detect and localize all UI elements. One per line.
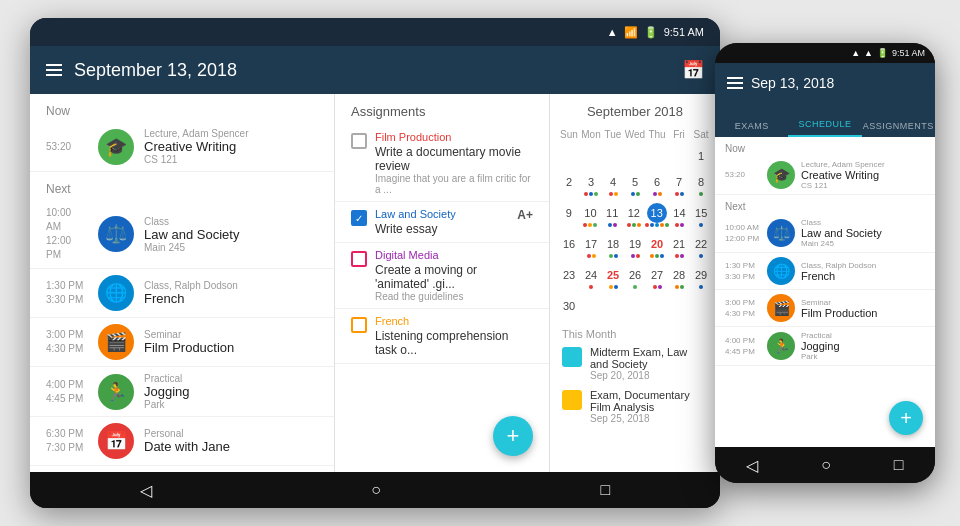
list-item: 3:00 PM4:30 PM 🎬 Seminar Film Production	[30, 318, 334, 367]
cal-day[interactable]: 10	[580, 201, 602, 230]
assignment-desc: Read the guidelines	[375, 291, 533, 302]
cal-day[interactable]	[580, 144, 602, 168]
cal-day[interactable]: 24	[580, 263, 602, 292]
schedule-time: 10:00 AM12:00 PM	[46, 206, 88, 262]
phone-details: Class, Ralph Dodson French	[801, 261, 925, 282]
phone-title: Jogging	[801, 340, 925, 352]
phone-title: Creative Writing	[801, 169, 925, 181]
phone-title: Sep 13, 2018	[751, 75, 923, 91]
schedule-title: Jogging	[144, 384, 318, 399]
schedule-loc: Main 245	[144, 242, 318, 253]
assignments-label: Assignments	[335, 94, 549, 125]
phone-home-icon[interactable]: ○	[821, 456, 831, 474]
phone-icon: 🌐	[767, 257, 795, 285]
cal-day[interactable]	[668, 294, 690, 318]
assignment-checkbox[interactable]	[351, 317, 367, 333]
cal-day[interactable]: 8	[690, 170, 712, 199]
list-item: French Listening comprehension task o...	[335, 309, 549, 364]
cal-day[interactable]: 5	[624, 170, 646, 199]
tab-schedule[interactable]: SCHEDULE	[788, 119, 861, 137]
schedule-loc: Park	[144, 399, 318, 410]
tab-assignments[interactable]: ASSIGNMENTS	[862, 121, 935, 137]
phone-time: 10:00 AM12:00 PM	[725, 222, 761, 244]
list-item: 3:00 PM4:30 PM 🎬 Seminar Film Production	[715, 290, 935, 327]
schedule-icon: 🌐	[98, 275, 134, 311]
cal-day[interactable]: 14	[669, 201, 691, 230]
cal-day-today[interactable]: 13	[645, 201, 669, 230]
cal-day[interactable]: 19	[624, 232, 646, 261]
cal-day[interactable]: 29	[690, 263, 712, 292]
phone-content: Now 53:20 🎓 Lecture, Adam Spencer Creati…	[715, 137, 935, 447]
cal-day[interactable]: 17	[580, 232, 602, 261]
cal-day[interactable]: 30	[558, 294, 580, 318]
assignment-checkbox[interactable]	[351, 251, 367, 267]
cal-day[interactable]: 2	[558, 170, 580, 199]
cal-day[interactable]: 27	[646, 263, 668, 292]
phone-menu-icon[interactable]	[727, 77, 743, 89]
schedule-title: Law and Society	[144, 227, 318, 242]
cal-day[interactable]: 12	[623, 201, 645, 230]
phone-time: 53:20	[725, 169, 761, 180]
cal-day[interactable]	[646, 144, 668, 168]
cal-day[interactable]: 23	[558, 263, 580, 292]
cal-day[interactable]: 9	[558, 201, 580, 230]
cal-day[interactable]	[558, 144, 580, 168]
cal-day[interactable]	[690, 294, 712, 318]
cal-day[interactable]: 4	[602, 170, 624, 199]
phone-icon: 🎬	[767, 294, 795, 322]
tablet-menu-icon[interactable]	[46, 64, 62, 76]
phone-back-icon[interactable]: ◁	[746, 456, 758, 475]
calendar-month: September 2018	[550, 94, 720, 129]
calendar-days-header: Sun Mon Tue Wed Thu Fri Sat	[558, 129, 712, 144]
cal-day[interactable]	[624, 144, 646, 168]
cal-day[interactable]	[602, 144, 624, 168]
cal-day[interactable]: 26	[624, 263, 646, 292]
assignments-panel: Assignments Film Production Write a docu…	[335, 94, 550, 472]
tab-exams[interactable]: EXAMS	[715, 121, 788, 137]
cal-day[interactable]: 22	[690, 232, 712, 261]
cal-day[interactable]: 25	[602, 263, 624, 292]
phone-details: Practical Jogging Park	[801, 331, 925, 361]
phone-loc: Park	[801, 352, 925, 361]
cal-day[interactable]	[580, 294, 602, 318]
cal-day[interactable]: 15	[690, 201, 712, 230]
phone-fab-button[interactable]: +	[889, 401, 923, 435]
phone-title: French	[801, 270, 925, 282]
cal-day[interactable]: 3	[580, 170, 602, 199]
back-icon[interactable]: ◁	[140, 481, 152, 500]
assignment-checkbox[interactable]	[351, 210, 367, 226]
cal-day[interactable]: 11	[601, 201, 623, 230]
cal-day[interactable]: 16	[558, 232, 580, 261]
phone-recents-icon[interactable]: □	[894, 456, 904, 474]
list-item: 1:30 PM3:30 PM 🌐 Class, Ralph Dodson Fre…	[30, 269, 334, 318]
calendar-grid: Sun Mon Tue Wed Thu Fri Sat 1	[550, 129, 720, 318]
home-icon[interactable]: ○	[371, 481, 381, 499]
cal-day[interactable]: 18	[602, 232, 624, 261]
event-details: Midterm Exam, Law and Society Sep 20, 20…	[590, 346, 708, 381]
cal-day[interactable]: 1	[690, 144, 712, 168]
phone-details: Class Law and Society Main 245	[801, 218, 925, 248]
cal-day[interactable]: 21	[668, 232, 690, 261]
cal-day[interactable]: 28	[668, 263, 690, 292]
assignment-checkbox[interactable]	[351, 133, 367, 149]
fab-button[interactable]: +	[493, 416, 533, 456]
cal-day[interactable]	[646, 294, 668, 318]
phone-loc: Main 245	[801, 239, 925, 248]
tablet-calendar-icon[interactable]: 📅	[682, 59, 704, 81]
cal-day[interactable]: 6	[646, 170, 668, 199]
list-item: 10:00 AM12:00 PM ⚖️ Class Law and Societ…	[715, 214, 935, 253]
cal-day[interactable]: 7	[668, 170, 690, 199]
cal-day[interactable]	[668, 144, 690, 168]
cal-day[interactable]	[624, 294, 646, 318]
assignment-title: Create a moving or 'animated' .gi...	[375, 263, 533, 291]
cal-day[interactable]	[602, 294, 624, 318]
event-date: Sep 20, 2018	[590, 370, 708, 381]
schedule-loc: CS 121	[144, 154, 318, 165]
calendar-row: 23 24 25 26 27 28 29	[558, 263, 712, 292]
cal-day[interactable]: 20	[646, 232, 668, 261]
phone-sub: Class, Ralph Dodson	[801, 261, 925, 270]
recents-icon[interactable]: □	[601, 481, 611, 499]
schedule-details: Seminar Film Production	[144, 329, 318, 355]
schedule-icon: 🏃	[98, 374, 134, 410]
phone-sub: Seminar	[801, 298, 925, 307]
